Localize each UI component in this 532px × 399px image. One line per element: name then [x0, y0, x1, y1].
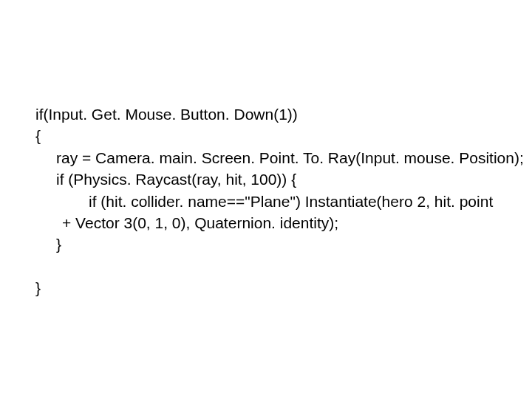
code-line: }	[35, 277, 497, 299]
code-line	[35, 256, 497, 277]
slide-container: if(Input. Get. Mouse. Button. Down(1)) {…	[0, 0, 532, 399]
code-line: if(Input. Get. Mouse. Button. Down(1))	[35, 103, 497, 125]
code-block: if(Input. Get. Mouse. Button. Down(1)) {…	[35, 103, 497, 299]
code-line: if (hit. collider. name=="Plane") Instan…	[35, 191, 497, 212]
code-line: ray = Camera. main. Screen. Point. To. R…	[35, 147, 497, 168]
code-line: + Vector 3(0, 1, 0), Quaternion. identit…	[35, 212, 497, 233]
code-line: }	[35, 233, 497, 255]
code-line: {	[35, 125, 497, 146]
code-line: if (Physics. Raycast(ray, hit, 100)) {	[35, 168, 497, 190]
